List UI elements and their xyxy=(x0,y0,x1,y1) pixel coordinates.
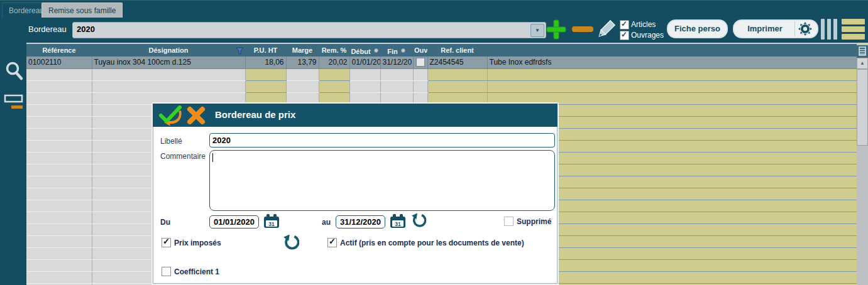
imprimer-label: Imprimer xyxy=(734,21,796,37)
col-header-pu_ht[interactable]: P.U. HT xyxy=(245,44,286,56)
plus-icon xyxy=(546,19,567,40)
reset-icon xyxy=(411,213,426,229)
cell-designation xyxy=(92,68,245,80)
cell-ouv xyxy=(413,80,427,92)
au-calendar-button[interactable]: 31 xyxy=(390,214,405,229)
cell-reference xyxy=(26,247,92,259)
cell-pu_ht xyxy=(245,68,286,80)
coefficient-checkbox[interactable] xyxy=(162,267,171,276)
cell-fin xyxy=(380,68,413,80)
cancel-button[interactable] xyxy=(187,106,206,125)
col-header-ouv[interactable]: Ouv. xyxy=(413,44,427,56)
fiche-perso-button[interactable]: Fiche perso xyxy=(667,19,728,38)
cell-rem xyxy=(319,68,349,80)
scroll-up-button[interactable]: ▲ xyxy=(857,58,868,69)
cell-fin[interactable]: 31/12/20 xyxy=(380,56,413,68)
cell-ouv[interactable] xyxy=(413,56,427,68)
add-button[interactable] xyxy=(546,19,567,40)
panel-minimize-button[interactable] xyxy=(4,94,24,110)
validate-button[interactable] xyxy=(159,105,182,126)
col-header-rem[interactable]: Rem. % xyxy=(319,44,349,56)
du-calendar-button[interactable]: 31 xyxy=(264,214,279,229)
cell-fin xyxy=(380,80,413,92)
cell-reference[interactable]: 01002110 xyxy=(26,56,92,68)
ouv-checkbox[interactable] xyxy=(416,58,425,67)
imprimer-button[interactable]: Imprimer xyxy=(733,19,818,38)
ouvrages-checkbox[interactable] xyxy=(620,31,629,40)
cell-marge[interactable]: 13,79 xyxy=(286,56,319,68)
edit-button[interactable] xyxy=(595,18,617,41)
chevron-down-icon[interactable]: ▼ xyxy=(530,24,544,37)
reset-prix-button[interactable] xyxy=(283,235,299,251)
filter-icon[interactable] xyxy=(236,47,244,55)
dialog-body: Libellé Commentaire Du 31 au xyxy=(153,127,558,284)
articles-label: Articles xyxy=(631,20,656,29)
columns-view-button[interactable] xyxy=(821,19,841,40)
cell-rem xyxy=(319,80,349,92)
cell-reference xyxy=(26,116,92,128)
table-row xyxy=(26,80,857,92)
libelle-input[interactable] xyxy=(209,133,555,148)
col-header-designation[interactable]: Désignation xyxy=(92,44,245,56)
col-header-designation2[interactable] xyxy=(487,44,857,56)
du-date-input[interactable] xyxy=(209,215,259,229)
col-header-reference[interactable]: Référence xyxy=(26,44,92,56)
cell-reference xyxy=(26,235,92,247)
supprime-checkbox[interactable] xyxy=(504,217,514,226)
dialog-header[interactable]: Bordereau de prix xyxy=(153,104,558,127)
toolbar: Bordereau 2020 ▼ Articles Ouv xyxy=(0,18,868,41)
cell-designation2 xyxy=(487,80,857,92)
articles-checkbox[interactable] xyxy=(620,20,629,30)
cell-reference xyxy=(26,128,92,140)
search-pin-icon[interactable] xyxy=(400,48,409,56)
bordereau-select[interactable]: 2020 ▼ xyxy=(72,22,546,38)
svg-text:31: 31 xyxy=(268,221,275,227)
cell-debut xyxy=(349,68,380,80)
vertical-scrollbar[interactable]: ▲ xyxy=(857,58,868,285)
actif-checkbox[interactable] xyxy=(327,238,337,247)
col-header-ref_client[interactable]: Ref. client xyxy=(427,44,487,56)
col-header-marge[interactable]: Marge xyxy=(286,44,319,56)
scrollbar-thumb[interactable] xyxy=(857,69,868,146)
calendar-icon: 31 xyxy=(390,214,405,229)
cell-rem[interactable]: 20,02 xyxy=(319,56,349,68)
coefficient-label: Coefficient 1 xyxy=(174,267,219,276)
cell-reference xyxy=(26,80,92,92)
cell-reference xyxy=(26,68,92,80)
au-label: au xyxy=(322,218,331,227)
commentaire-textarea[interactable] xyxy=(209,150,555,211)
cell-designation[interactable]: Tuyau inox 304 100cm d.125 xyxy=(92,56,245,68)
cell-marge xyxy=(286,68,319,80)
cell-designation xyxy=(92,80,245,92)
cell-pu_ht[interactable]: 18,06 xyxy=(245,56,286,68)
bordereau-de-prix-dialog: Bordereau de prix Libellé Commentaire Du… xyxy=(151,102,559,285)
table-corner-button[interactable] xyxy=(857,45,868,58)
cell-reference xyxy=(26,188,92,200)
col-header-fin[interactable]: Fin xyxy=(380,44,413,56)
bordereau-select-value: 2020 xyxy=(77,24,95,34)
cell-ref_client[interactable]: Z2454545 xyxy=(427,56,487,68)
cell-debut[interactable]: 01/01/20 xyxy=(349,56,380,68)
actif-label: Actif (pris en compte pour les documents… xyxy=(340,239,524,247)
rows-view-button[interactable] xyxy=(842,19,865,40)
left-sidebar xyxy=(0,41,26,285)
search-button[interactable] xyxy=(3,60,25,84)
print-settings-button[interactable] xyxy=(794,21,815,36)
au-date-input[interactable] xyxy=(336,215,385,229)
table-header-row: RéférenceDésignationP.U. HTMargeRem. %Dé… xyxy=(26,44,857,56)
dialog-title: Bordereau de prix xyxy=(215,109,295,120)
svg-text:31: 31 xyxy=(395,221,401,227)
cell-reference xyxy=(26,92,92,104)
panel-minimize-icon xyxy=(4,94,24,110)
cell-ref_client xyxy=(427,80,487,92)
calendar-icon: 31 xyxy=(264,214,279,229)
col-header-debut[interactable]: Début xyxy=(349,44,380,56)
tab-remise-sous-famille[interactable]: Remise sous famille xyxy=(41,3,123,19)
prix-imposes-checkbox[interactable] xyxy=(162,238,171,247)
cell-designation2[interactable]: Tube Inox edfrdsfs xyxy=(487,56,857,68)
remove-button[interactable] xyxy=(572,26,593,32)
reset-dates-button[interactable] xyxy=(411,213,426,229)
check-arrow-icon xyxy=(159,105,182,126)
cell-reference xyxy=(26,271,92,283)
search-pin-icon[interactable] xyxy=(373,48,380,56)
